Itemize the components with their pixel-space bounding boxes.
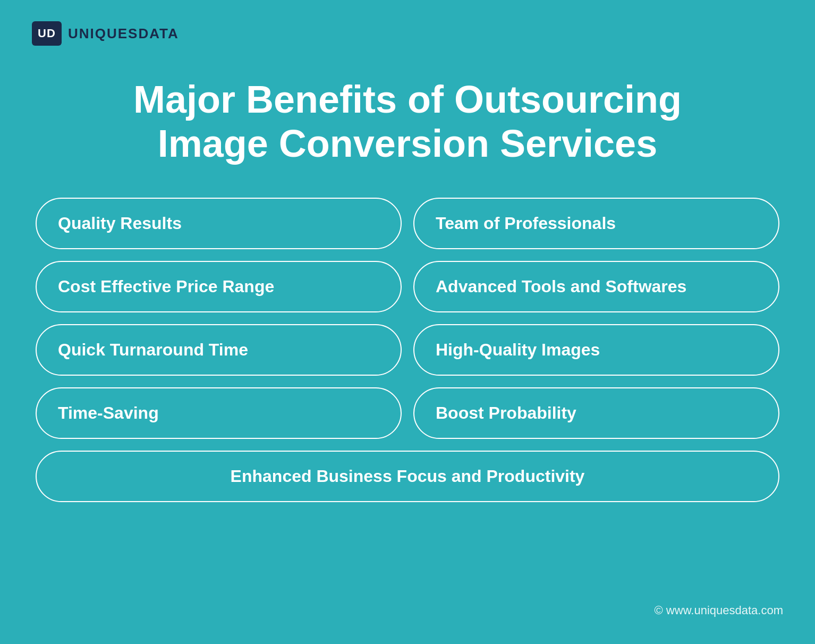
logo-box: UD — [32, 21, 62, 46]
benefit-quality-results: Quality Results — [36, 198, 402, 249]
company-name: UNIQUESDATA — [68, 26, 179, 42]
footer: © www.uniquesdata.com — [32, 593, 783, 623]
benefit-label: Boost Probability — [436, 403, 576, 423]
benefit-time-saving: Time-Saving — [36, 387, 402, 439]
benefit-label: Time-Saving — [58, 403, 159, 423]
benefits-row-2: Cost Effective Price Range Advanced Tool… — [36, 261, 779, 312]
main-title: Major Benefits of Outsourcing Image Conv… — [133, 78, 682, 166]
footer-website: © www.uniquesdata.com — [655, 604, 783, 617]
benefit-label: Cost Effective Price Range — [58, 277, 274, 296]
benefit-label: High-Quality Images — [436, 340, 600, 360]
benefits-row-3: Quick Turnaround Time High-Quality Image… — [36, 324, 779, 376]
benefit-label: Team of Professionals — [436, 214, 616, 233]
benefit-advanced-tools: Advanced Tools and Softwares — [413, 261, 779, 312]
benefit-quick-turnaround: Quick Turnaround Time — [36, 324, 402, 376]
main-title-line2: Image Conversion Services — [158, 122, 657, 165]
logo-area: UD UNIQUESDATA — [32, 21, 783, 46]
benefit-boost-probability: Boost Probability — [413, 387, 779, 439]
benefits-container: Quality Results Team of Professionals Co… — [36, 198, 779, 593]
benefit-team-professionals: Team of Professionals — [413, 198, 779, 249]
benefit-label: Quick Turnaround Time — [58, 340, 248, 360]
benefit-cost-effective: Cost Effective Price Range — [36, 261, 402, 312]
benefit-label: Enhanced Business Focus and Productivity — [231, 467, 585, 486]
benefit-label: Quality Results — [58, 214, 182, 233]
benefits-row-5: Enhanced Business Focus and Productivity — [36, 451, 779, 502]
benefit-label: Advanced Tools and Softwares — [436, 277, 686, 296]
benefits-row-4: Time-Saving Boost Probability — [36, 387, 779, 439]
benefit-enhanced-business: Enhanced Business Focus and Productivity — [36, 451, 779, 502]
benefit-high-quality-images: High-Quality Images — [413, 324, 779, 376]
logo-icon-text: UD — [38, 27, 56, 40]
main-title-line1: Major Benefits of Outsourcing — [133, 78, 682, 121]
benefits-row-1: Quality Results Team of Professionals — [36, 198, 779, 249]
page-wrapper: UD UNIQUESDATA Major Benefits of Outsour… — [0, 0, 815, 644]
